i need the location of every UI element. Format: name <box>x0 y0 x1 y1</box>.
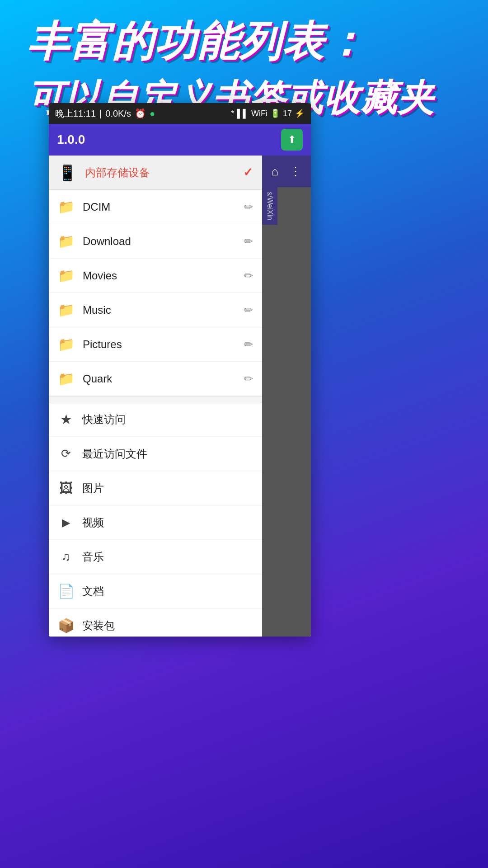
section-separator <box>49 396 262 402</box>
edit-icon-pictures[interactable]: ✏ <box>244 338 253 351</box>
charge-icon: ⚡ <box>295 108 305 118</box>
storage-item[interactable]: 📱 内部存储设备 ✓ <box>49 156 262 190</box>
video-icon: ▶ <box>58 516 74 529</box>
wifi-icon: WiFi <box>251 109 267 118</box>
folder-name-pictures: Pictures <box>83 338 236 351</box>
folder-icon-dcim: 📁 <box>58 199 75 215</box>
app-version: 1.0.0 <box>57 132 85 147</box>
folder-item-movies[interactable]: 📁 Movies ✏ <box>49 259 262 293</box>
star-icon: ★ <box>58 411 74 427</box>
share-button[interactable]: ⬆ <box>281 129 303 151</box>
check-icon: ✓ <box>243 165 253 179</box>
folder-item-pictures[interactable]: 📁 Pictures ✏ <box>49 327 262 362</box>
bluetooth-icon: * <box>231 109 234 118</box>
category-label-video: 视频 <box>82 515 253 530</box>
status-right: * ▌▌ WiFi 🔋 17 ⚡ <box>231 108 305 118</box>
category-label-apk: 安装包 <box>82 618 253 633</box>
category-documents[interactable]: 📄 文档 <box>49 574 262 609</box>
app-container: 晚上11:11 | 0.0K/s ⏰ ● * ▌▌ WiFi 🔋 17 ⚡ 1.… <box>49 103 311 637</box>
folder-icon-quark: 📁 <box>58 371 75 387</box>
category-quick-access[interactable]: ★ 快速访问 <box>49 402 262 437</box>
battery-level: 17 <box>283 109 292 118</box>
folder-item-download[interactable]: 📁 Download ✏ <box>49 224 262 259</box>
path-text: s/WeiXin <box>262 187 277 225</box>
folder-name-dcim: DCIM <box>83 201 236 213</box>
app-toolbar: 1.0.0 ⬆ <box>49 124 311 156</box>
category-label-recent: 最近访问文件 <box>82 447 253 461</box>
status-left: 晚上11:11 | 0.0K/s ⏰ ● <box>55 108 155 120</box>
battery-icon: 🔋 <box>270 108 280 118</box>
music-icon: ♫ <box>58 550 74 564</box>
edit-icon-music[interactable]: ✏ <box>244 304 253 316</box>
category-recent-files[interactable]: ⟳ 最近访问文件 <box>49 437 262 471</box>
share-icon: ⬆ <box>288 134 296 146</box>
category-label-music: 音乐 <box>82 550 253 564</box>
category-label-documents: 文档 <box>82 584 253 599</box>
sidebar: 📱 内部存储设备 ✓ 📁 DCIM ✏ 📁 Download ✏ 📁 Movie… <box>49 156 262 637</box>
right-panel-top: ⌂ ⋮ <box>262 156 311 187</box>
banner-line1: 丰富的功能列表： <box>27 14 461 70</box>
history-icon: ⟳ <box>58 447 74 461</box>
category-label-images: 图片 <box>82 481 253 495</box>
apk-icon: 📦 <box>58 618 74 633</box>
edit-icon-movies[interactable]: ✏ <box>244 269 253 282</box>
folder-name-movies: Movies <box>83 269 236 282</box>
signal-icon: ▌▌ <box>237 109 249 118</box>
green-icon: ● <box>150 108 155 119</box>
status-divider: | <box>99 108 102 119</box>
edit-icon-download[interactable]: ✏ <box>244 235 253 248</box>
folder-icon-pictures: 📁 <box>58 336 75 352</box>
image-icon: 🖼 <box>58 481 74 496</box>
folder-icon-movies: 📁 <box>58 268 75 283</box>
folder-icon-download: 📁 <box>58 233 75 249</box>
status-speed: 0.0K/s <box>105 108 131 119</box>
category-music[interactable]: ♫ 音乐 <box>49 540 262 574</box>
edit-icon-dcim[interactable]: ✏ <box>244 201 253 213</box>
folder-name-music: Music <box>83 304 236 316</box>
home-icon[interactable]: ⌂ <box>272 165 279 179</box>
alarm-icon: ⏰ <box>135 108 146 119</box>
folder-name-quark: Quark <box>83 373 236 385</box>
status-time: 晚上11:11 <box>55 108 96 120</box>
storage-label: 内部存储设备 <box>85 165 235 180</box>
phone-icon: 📱 <box>58 164 77 182</box>
folder-icon-music: 📁 <box>58 302 75 318</box>
category-video[interactable]: ▶ 视频 <box>49 505 262 540</box>
right-panel: ⌂ ⋮ s/WeiXin <box>262 156 311 637</box>
status-bar: 晚上11:11 | 0.0K/s ⏰ ● * ▌▌ WiFi 🔋 17 ⚡ <box>49 103 311 124</box>
category-images[interactable]: 🖼 图片 <box>49 471 262 505</box>
folder-item-quark[interactable]: 📁 Quark ✏ <box>49 362 262 396</box>
folder-name-download: Download <box>83 235 236 248</box>
folder-item-music[interactable]: 📁 Music ✏ <box>49 293 262 327</box>
category-label-quick-access: 快速访问 <box>82 412 253 427</box>
doc-icon: 📄 <box>58 583 74 599</box>
folder-item-dcim[interactable]: 📁 DCIM ✏ <box>49 190 262 224</box>
edit-icon-quark[interactable]: ✏ <box>244 373 253 385</box>
more-icon[interactable]: ⋮ <box>290 165 301 179</box>
category-apk[interactable]: 📦 安装包 <box>49 609 262 637</box>
